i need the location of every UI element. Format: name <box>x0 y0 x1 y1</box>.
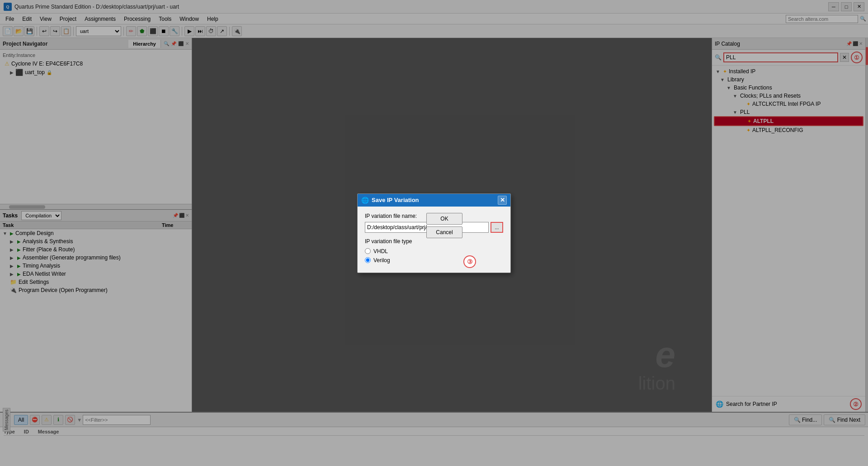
cancel-button[interactable]: Cancel <box>426 226 462 238</box>
dialog-icon: 🌐 <box>361 197 369 204</box>
dialog-action-buttons: OK Cancel <box>426 213 462 238</box>
vhdl-radio[interactable] <box>365 248 371 254</box>
dialog-title: Save IP Variation <box>372 197 419 203</box>
verilog-radio-row: Verilog <box>365 257 503 264</box>
dialog-content: IP variation file name: ... OK Cancel IP… <box>358 207 510 273</box>
file-type-label: IP variation file type <box>365 238 503 245</box>
dialog-body: IP variation file name: ... OK Cancel IP… <box>365 213 503 264</box>
badge-3: ③ <box>463 255 476 268</box>
ok-button[interactable]: OK <box>426 213 462 225</box>
dialog-close-button[interactable]: ✕ <box>498 196 507 205</box>
dialog-titlebar: 🌐 Save IP Variation ✕ <box>358 194 510 207</box>
modal-overlay: 🌐 Save IP Variation ✕ IP variation file … <box>0 0 868 466</box>
verilog-label: Verilog <box>373 257 390 264</box>
vhdl-radio-row: VHDL <box>365 248 503 254</box>
vhdl-label: VHDL <box>373 248 388 254</box>
save-ip-variation-dialog: 🌐 Save IP Variation ✕ IP variation file … <box>357 193 511 273</box>
verilog-radio[interactable] <box>365 257 371 263</box>
browse-button[interactable]: ... <box>491 222 503 233</box>
